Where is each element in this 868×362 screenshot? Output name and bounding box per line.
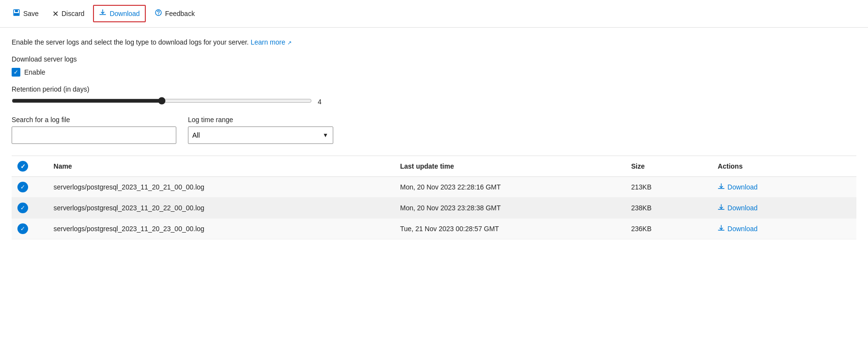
- slider-container: [12, 97, 312, 106]
- table-row: ✓ serverlogs/postgresql_2023_11_20_22_00…: [12, 198, 856, 219]
- row-checkbox-2[interactable]: ✓: [17, 223, 28, 234]
- save-button[interactable]: Save: [8, 6, 44, 21]
- row-size-1: 238KB: [625, 198, 712, 219]
- retention-slider[interactable]: [12, 97, 312, 105]
- external-link-icon: ↗: [287, 40, 292, 46]
- row-download-button-1[interactable]: Download: [718, 204, 851, 212]
- svg-point-4: [158, 14, 158, 15]
- download-row-label-1: Download: [728, 204, 758, 212]
- row-name-2: serverlogs/postgresql_2023_11_20_23_00_0…: [48, 219, 394, 239]
- row-name-1: serverlogs/postgresql_2023_11_20_22_00_0…: [48, 198, 394, 219]
- download-row-icon-1: [718, 204, 725, 212]
- feedback-label: Feedback: [165, 10, 195, 17]
- search-group: Search for a log file: [12, 116, 176, 144]
- table-header-row: ✓ Name Last update time Size Actions: [12, 156, 856, 177]
- enable-label: Enable: [24, 68, 46, 76]
- log-time-range-select-wrapper: All Last 6 hours Last 12 hours Last 24 h…: [188, 126, 333, 144]
- select-all-checkbox[interactable]: ✓: [17, 161, 28, 172]
- section-title: Download server logs: [12, 55, 856, 63]
- log-time-range-group: Log time range All Last 6 hours Last 12 …: [188, 116, 333, 144]
- enable-checkbox[interactable]: ✓: [12, 68, 20, 77]
- slider-row: 4: [12, 97, 856, 106]
- header-actions: Actions: [712, 156, 856, 177]
- log-time-range-select[interactable]: All Last 6 hours Last 12 hours Last 24 h…: [188, 126, 333, 144]
- header-last-update-time: Last update time: [394, 156, 625, 177]
- discard-button[interactable]: ✕ Discard: [47, 6, 89, 21]
- discard-label: Discard: [62, 10, 84, 17]
- row-size-0: 213KB: [625, 177, 712, 198]
- row-name-0: serverlogs/postgresql_2023_11_20_21_00_0…: [48, 177, 394, 198]
- checkmark-icon: ✓: [14, 69, 18, 75]
- header-size: Size: [625, 156, 712, 177]
- row-check-icon: ✓: [20, 184, 25, 190]
- save-icon: [13, 9, 20, 18]
- row-download-button-0[interactable]: Download: [718, 183, 851, 191]
- header-checkbox-cell: ✓: [12, 156, 48, 177]
- filter-row: Search for a log file Log time range All…: [12, 116, 856, 144]
- download-row-icon-2: [718, 225, 725, 233]
- row-checkbox-cell: ✓: [12, 198, 48, 219]
- svg-rect-2: [14, 13, 19, 16]
- feedback-icon: [155, 9, 162, 18]
- main-content: Enable the server logs and select the lo…: [0, 28, 868, 249]
- slider-value: 4: [318, 98, 327, 106]
- row-download-button-2[interactable]: Download: [718, 225, 851, 233]
- row-checkbox-cell: ✓: [12, 177, 48, 198]
- row-checkbox-0[interactable]: ✓: [17, 182, 28, 192]
- row-check-icon: ✓: [20, 205, 25, 211]
- learn-more-link[interactable]: Learn more ↗: [250, 38, 291, 46]
- row-time-2: Tue, 21 Nov 2023 00:28:57 GMT: [394, 219, 625, 239]
- download-row-label-0: Download: [728, 183, 758, 191]
- download-row-icon-0: [718, 183, 725, 191]
- feedback-button[interactable]: Feedback: [150, 6, 200, 21]
- retention-label: Retention period (in days): [12, 85, 856, 93]
- table-row: ✓ serverlogs/postgresql_2023_11_20_21_00…: [12, 177, 856, 198]
- row-actions-0: Download: [712, 177, 856, 198]
- header-name: Name: [48, 156, 394, 177]
- table-row: ✓ serverlogs/postgresql_2023_11_20_23_00…: [12, 219, 856, 239]
- row-time-1: Mon, 20 Nov 2023 23:28:38 GMT: [394, 198, 625, 219]
- search-label: Search for a log file: [12, 116, 176, 124]
- row-check-icon: ✓: [20, 225, 25, 232]
- download-button[interactable]: Download: [93, 5, 145, 22]
- row-checkbox-1[interactable]: ✓: [17, 203, 28, 213]
- row-time-0: Mon, 20 Nov 2023 22:28:16 GMT: [394, 177, 625, 198]
- svg-rect-1: [15, 10, 18, 12]
- search-input[interactable]: [12, 126, 176, 144]
- retention-section: Retention period (in days) 4: [12, 85, 856, 106]
- enable-checkbox-row: ✓ Enable: [12, 68, 856, 77]
- row-size-2: 236KB: [625, 219, 712, 239]
- header-check-icon: ✓: [20, 163, 26, 170]
- log-table: ✓ Name Last update time Size Actions ✓ s…: [12, 156, 856, 239]
- row-actions-2: Download: [712, 219, 856, 239]
- download-toolbar-icon: [99, 9, 107, 18]
- log-time-range-label: Log time range: [188, 116, 333, 124]
- save-label: Save: [23, 10, 39, 17]
- discard-icon: ✕: [52, 9, 59, 18]
- toolbar: Save ✕ Discard Download Feedback: [0, 0, 868, 28]
- row-actions-1: Download: [712, 198, 856, 219]
- row-checkbox-cell: ✓: [12, 219, 48, 239]
- description-text: Enable the server logs and select the lo…: [12, 37, 856, 47]
- download-row-label-2: Download: [728, 225, 758, 233]
- download-toolbar-label: Download: [109, 10, 140, 17]
